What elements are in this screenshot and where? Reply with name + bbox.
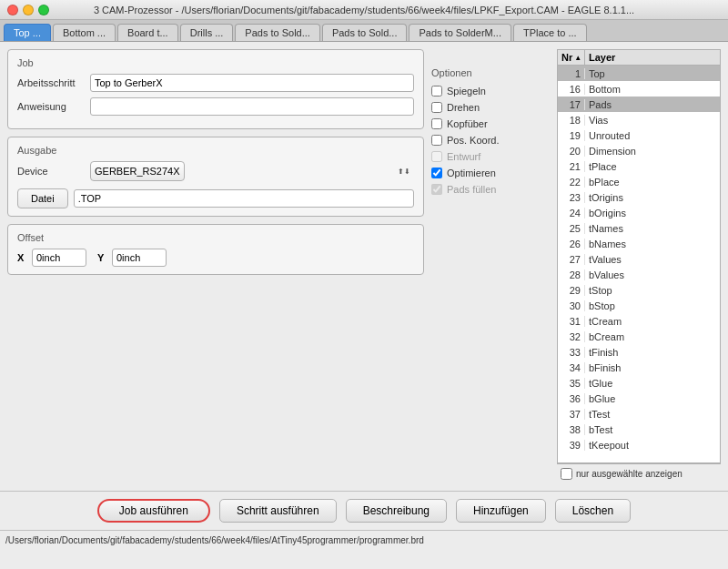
option-row-4: Entwurf bbox=[431, 151, 550, 162]
layer-name: Unrouted bbox=[585, 130, 720, 141]
layer-nr: 1 bbox=[558, 68, 585, 79]
layer-item[interactable]: 21tPlace bbox=[558, 158, 720, 174]
option-checkbox-5[interactable] bbox=[431, 168, 442, 178]
layer-name: bStop bbox=[585, 300, 720, 311]
layer-nr: 39 bbox=[558, 440, 585, 451]
layer-item[interactable]: 30bStop bbox=[558, 298, 720, 313]
layer-item[interactable]: 32bCream bbox=[558, 329, 720, 344]
arbeitsschritt-input[interactable] bbox=[90, 74, 414, 92]
offset-row: X Y bbox=[17, 249, 414, 267]
tab-5[interactable]: Pads to Sold... bbox=[322, 24, 408, 41]
ausgabe-section: Ausgabe Device GERBER_RS274X Datei bbox=[7, 137, 424, 217]
layer-panel: Nr ▲ Layer 1Top16Bottom17Pads18Vias19Unr… bbox=[557, 49, 721, 483]
anweisung-label: Anweisung bbox=[17, 101, 90, 112]
option-checkbox-0[interactable] bbox=[431, 86, 442, 97]
layer-item[interactable]: 34bFinish bbox=[558, 360, 720, 375]
beschreibung-button[interactable]: Beschreibung bbox=[346, 499, 447, 523]
layer-item[interactable]: 23tOrigins bbox=[558, 189, 720, 205]
layer-name: tNames bbox=[585, 223, 720, 234]
close-button[interactable] bbox=[7, 5, 18, 15]
layer-filter-checkbox[interactable] bbox=[561, 468, 572, 480]
traffic-lights bbox=[7, 5, 49, 15]
arbeitsschritt-row: Arbeitsschritt bbox=[17, 74, 414, 92]
layer-item[interactable]: 27tValues bbox=[558, 251, 720, 267]
layer-nr: 24 bbox=[558, 208, 585, 218]
job-ausfuhren-button[interactable]: Job ausführen bbox=[97, 499, 210, 523]
option-label-5: Optimieren bbox=[447, 168, 496, 178]
minimize-button[interactable] bbox=[23, 5, 34, 15]
offset-x-field: X bbox=[17, 249, 86, 267]
layer-item[interactable]: 36bGlue bbox=[558, 391, 720, 406]
file-input[interactable] bbox=[74, 189, 414, 208]
tab-6[interactable]: Pads to SolderM... bbox=[409, 24, 511, 41]
layer-list[interactable]: 1Top16Bottom17Pads18Vias19Unrouted20Dime… bbox=[557, 65, 721, 463]
layer-name: tStop bbox=[585, 285, 720, 296]
layer-item[interactable]: 26bNames bbox=[558, 236, 720, 251]
device-select-wrap: GERBER_RS274X bbox=[90, 161, 414, 181]
maximize-button[interactable] bbox=[38, 5, 49, 15]
layer-item[interactable]: 20Dimension bbox=[558, 143, 720, 158]
anweisung-input[interactable] bbox=[90, 97, 414, 116]
layer-item[interactable]: 18Vias bbox=[558, 112, 720, 127]
offset-y-input[interactable] bbox=[112, 249, 167, 267]
layer-name: bOrigins bbox=[585, 208, 720, 218]
tab-3[interactable]: Drills ... bbox=[180, 24, 234, 41]
layer-item[interactable]: 24bOrigins bbox=[558, 205, 720, 220]
layer-item[interactable]: 39tKeepout bbox=[558, 437, 720, 452]
layer-nr: 27 bbox=[558, 254, 585, 265]
layer-item[interactable]: 35tGlue bbox=[558, 375, 720, 391]
option-row-2: Kopfüber bbox=[431, 118, 550, 129]
file-button[interactable]: Datei bbox=[17, 188, 68, 208]
layer-nr: 19 bbox=[558, 130, 585, 141]
layer-item[interactable]: 31tCream bbox=[558, 313, 720, 329]
layer-nr: 16 bbox=[558, 84, 585, 95]
layer-nr: 26 bbox=[558, 239, 585, 249]
option-checkbox-1[interactable] bbox=[431, 102, 442, 113]
offset-y-field: Y bbox=[97, 249, 167, 267]
tab-7[interactable]: TPlace to ... bbox=[513, 24, 587, 41]
layer-name: bNames bbox=[585, 239, 720, 249]
option-label-4: Entwurf bbox=[447, 151, 480, 162]
schritt-ausfuhren-button[interactable]: Schritt ausführen bbox=[219, 499, 337, 523]
option-checkbox-2[interactable] bbox=[431, 118, 442, 129]
layer-name: bPlace bbox=[585, 177, 720, 188]
layer-item[interactable]: 19Unrouted bbox=[558, 127, 720, 143]
layer-name: tFinish bbox=[585, 347, 720, 358]
layer-name: Top bbox=[585, 68, 720, 79]
option-checkbox-3[interactable] bbox=[431, 135, 442, 146]
layer-name: Dimension bbox=[585, 146, 720, 157]
layer-item[interactable]: 28bValues bbox=[558, 267, 720, 282]
tab-1[interactable]: Bottom ... bbox=[53, 24, 116, 41]
offset-x-input[interactable] bbox=[32, 249, 86, 267]
tabbar: Top ...Bottom ...Board t...Drills ...Pad… bbox=[0, 20, 728, 42]
layer-item[interactable]: 16Bottom bbox=[558, 81, 720, 97]
loschen-button[interactable]: Löschen bbox=[555, 499, 631, 523]
layer-item[interactable]: 22bPlace bbox=[558, 174, 720, 189]
layer-item[interactable]: 17Pads bbox=[558, 97, 720, 112]
layer-nr: 23 bbox=[558, 192, 585, 203]
layer-name: tGlue bbox=[585, 378, 720, 389]
hinzufugen-button[interactable]: Hinzufügen bbox=[456, 499, 546, 523]
layer-nr: 25 bbox=[558, 223, 585, 234]
anweisung-row: Anweisung bbox=[17, 97, 414, 116]
layer-item[interactable]: 38bTest bbox=[558, 422, 720, 437]
layer-item[interactable]: 37tTest bbox=[558, 406, 720, 422]
layer-filter-label: nur ausgewählte anzeigen bbox=[576, 469, 682, 479]
layer-nr: 37 bbox=[558, 409, 585, 420]
tab-4[interactable]: Pads to Sold... bbox=[235, 24, 320, 41]
option-label-2: Kopfüber bbox=[447, 118, 488, 129]
layer-name: Vias bbox=[585, 115, 720, 126]
tab-2[interactable]: Board t... bbox=[117, 24, 178, 41]
tab-0[interactable]: Top ... bbox=[4, 24, 51, 41]
layer-item[interactable]: 1Top bbox=[558, 66, 720, 81]
device-row: Device GERBER_RS274X bbox=[17, 161, 414, 181]
layer-nr: 35 bbox=[558, 378, 585, 389]
layer-item[interactable]: 25tNames bbox=[558, 220, 720, 236]
optionen-panel: Optionen SpiegelnDrehenKopfüberPos. Koor… bbox=[431, 49, 550, 483]
layer-item[interactable]: 29tStop bbox=[558, 282, 720, 298]
layer-name: tPlace bbox=[585, 161, 720, 172]
layer-item[interactable]: 33tFinish bbox=[558, 344, 720, 360]
job-section-label: Job bbox=[17, 57, 414, 68]
device-select[interactable]: GERBER_RS274X bbox=[90, 161, 185, 181]
layer-nr: 21 bbox=[558, 161, 585, 172]
